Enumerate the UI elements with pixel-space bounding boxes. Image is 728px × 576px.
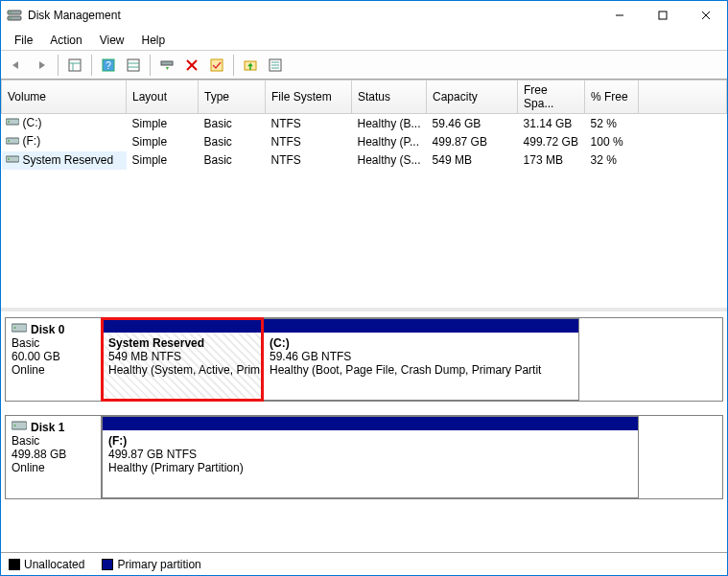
partition[interactable]: System Reserved549 MB NTFSHealthy (Syste… <box>102 318 263 401</box>
toolbar-separator <box>58 55 59 76</box>
volume-status: Healthy (P... <box>352 132 427 150</box>
col-volume[interactable]: Volume <box>2 81 127 114</box>
settings-button[interactable] <box>122 54 145 77</box>
partition-size: 499.87 GB NTFS <box>108 448 197 461</box>
volume-name: (F:) <box>23 134 41 148</box>
partition-label: (C:) <box>270 336 290 350</box>
partition-size: 549 MB NTFS <box>108 350 181 363</box>
toolbar-separator <box>91 55 92 76</box>
partitions: (F:)499.87 GB NTFSHealthy (Primary Parti… <box>102 416 722 498</box>
partition-header <box>103 417 638 430</box>
help-button[interactable]: ? <box>97 54 120 77</box>
menu-view[interactable]: View <box>92 32 132 49</box>
svg-rect-16 <box>161 61 173 65</box>
app-icon <box>7 8 22 23</box>
col-status[interactable]: Status <box>352 81 427 114</box>
svg-rect-0 <box>8 11 21 14</box>
legend-unallocated: Unallocated <box>9 558 84 571</box>
svg-point-32 <box>14 327 16 329</box>
svg-point-2 <box>10 12 12 13</box>
check-button[interactable] <box>205 54 228 77</box>
partition-label: System Reserved <box>108 336 204 350</box>
disk-name: Disk 1 <box>31 421 64 434</box>
col-layout[interactable]: Layout <box>127 81 199 114</box>
volume-free: 499.72 GB <box>518 132 585 150</box>
partition[interactable]: (F:)499.87 GB NTFSHealthy (Primary Parti… <box>102 416 639 498</box>
partition-header <box>103 319 262 333</box>
volume-type: Basic <box>199 132 266 150</box>
volume-status: Healthy (S... <box>352 151 427 170</box>
disk-row[interactable]: Disk 0Basic60.00 GBOnlineSystem Reserved… <box>5 317 723 402</box>
window-title: Disk Management <box>28 9 598 22</box>
partition-status: Healthy (Primary Partition) <box>108 461 244 474</box>
table-row[interactable]: (F:)SimpleBasicNTFSHealthy (P...499.87 G… <box>2 132 727 150</box>
disk-icon <box>12 322 27 336</box>
drive-icon <box>6 135 19 150</box>
volume-layout: Simple <box>127 132 199 150</box>
disk-state: Online <box>12 363 95 377</box>
disk-name: Disk 0 <box>31 323 64 336</box>
col-filesystem[interactable]: File System <box>266 81 352 114</box>
partition-body: System Reserved549 MB NTFSHealthy (Syste… <box>103 333 262 400</box>
legend-unallocated-label: Unallocated <box>24 558 84 571</box>
volume-table[interactable]: Volume Layout Type File System Status Ca… <box>1 80 727 170</box>
disk-map-pane: Disk 0Basic60.00 GBOnlineSystem Reserved… <box>1 311 727 575</box>
maximize-button[interactable] <box>641 2 684 29</box>
svg-rect-19 <box>211 59 223 71</box>
svg-rect-5 <box>659 12 667 19</box>
svg-point-28 <box>8 140 10 142</box>
forward-button[interactable] <box>30 54 53 77</box>
volume-layout: Simple <box>127 114 199 133</box>
col-type[interactable]: Type <box>199 81 266 114</box>
delete-button[interactable] <box>180 54 203 77</box>
refresh-button[interactable] <box>155 54 178 77</box>
close-button[interactable] <box>684 2 727 29</box>
properties-button[interactable] <box>264 54 287 77</box>
table-row[interactable]: System ReservedSimpleBasicNTFSHealthy (S… <box>2 151 727 170</box>
rescan-button[interactable] <box>239 54 262 77</box>
disk-info: Disk 0Basic60.00 GBOnline <box>6 318 102 401</box>
col-freespace[interactable]: Free Spa... <box>518 81 585 114</box>
legend-primary-label: Primary partition <box>117 558 200 571</box>
svg-rect-31 <box>12 324 27 332</box>
legend: Unallocated Primary partition <box>1 552 727 575</box>
svg-point-26 <box>8 121 10 123</box>
svg-point-3 <box>10 17 12 19</box>
svg-rect-1 <box>8 16 21 20</box>
menu-file[interactable]: File <box>7 32 40 49</box>
volume-capacity: 499.87 GB <box>427 132 518 150</box>
console-tree-button[interactable] <box>63 54 86 77</box>
drive-icon <box>6 153 19 168</box>
table-row[interactable]: (C:)SimpleBasicNTFSHealthy (B...59.46 GB… <box>2 114 727 133</box>
partition[interactable]: (C:)59.46 GB NTFSHealthy (Boot, Page Fil… <box>263 318 579 401</box>
swatch-unallocated-icon <box>9 559 20 570</box>
disk-map-scroll[interactable]: Disk 0Basic60.00 GBOnlineSystem Reserved… <box>1 311 727 552</box>
volume-fs: NTFS <box>266 151 352 170</box>
partition-header <box>264 319 578 333</box>
volume-free: 173 MB <box>518 151 585 170</box>
volume-capacity: 549 MB <box>427 151 518 170</box>
svg-rect-8 <box>69 59 81 71</box>
partitions: System Reserved549 MB NTFSHealthy (Syste… <box>102 318 722 401</box>
partition-size: 59.46 GB NTFS <box>270 350 351 363</box>
volume-fs: NTFS <box>266 132 352 150</box>
col-capacity[interactable]: Capacity <box>427 81 518 114</box>
volume-name: (C:) <box>23 116 42 129</box>
disk-state: Online <box>12 461 95 474</box>
partition-status: Healthy (Boot, Page File, Crash Dump, Pr… <box>270 363 541 377</box>
toolbar-separator <box>233 55 234 76</box>
toolbar: ? <box>1 51 727 80</box>
col-filler <box>639 81 727 114</box>
volume-layout: Simple <box>127 151 199 170</box>
drive-icon <box>6 116 19 130</box>
disk-row[interactable]: Disk 1Basic499.88 GBOnline(F:)499.87 GB … <box>5 415 723 499</box>
volume-pct: 32 % <box>585 151 639 170</box>
volume-name: System Reserved <box>23 153 114 167</box>
minimize-button[interactable] <box>598 2 641 29</box>
partition-body: (C:)59.46 GB NTFSHealthy (Boot, Page Fil… <box>264 333 578 400</box>
disk-size: 499.88 GB <box>12 448 95 461</box>
col-pctfree[interactable]: % Free <box>585 81 639 114</box>
menu-help[interactable]: Help <box>134 32 174 49</box>
back-button[interactable] <box>5 54 28 77</box>
menu-action[interactable]: Action <box>42 32 89 49</box>
